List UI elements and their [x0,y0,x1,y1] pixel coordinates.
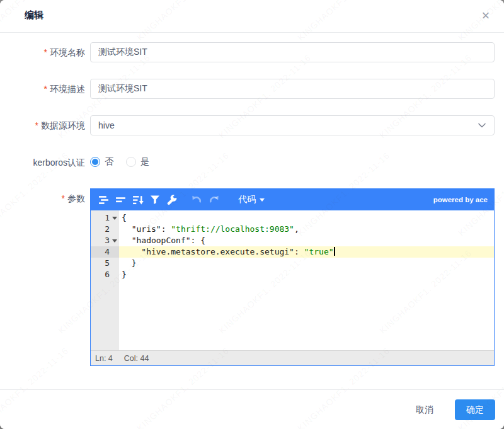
mode-select-button[interactable]: 代码 [234,193,268,206]
fold-toggle-icon[interactable] [112,217,117,220]
text-cursor [334,247,335,256]
code-line[interactable]: } [119,258,494,269]
kerberos-radio-group: 否 是 [90,156,149,168]
radio-option-no[interactable]: 否 [90,156,113,168]
required-asterisk: * [44,84,47,94]
code-lines[interactable]: { "uris": "thrift://localhost:9083", "ha… [119,210,494,350]
radio-unselected-icon [126,157,136,167]
sort-icon[interactable] [129,192,146,208]
edit-dialog: 编辑 × *环境名称 *环境描述 *数据源环境 hive kerboros认证 … [0,0,504,429]
gutter-line-number: 3 [91,235,119,246]
format-icon[interactable] [95,192,112,208]
status-line-number: Ln: 4 [95,354,113,363]
code-line[interactable]: { [119,212,494,224]
gutter-line-number: 5 [91,258,119,269]
gutter-line-number: 6 [91,269,119,280]
env-desc-label: *环境描述 [0,84,85,94]
undo-icon[interactable] [188,192,205,208]
redo-icon[interactable] [206,192,223,208]
confirm-button[interactable]: 确定 [455,399,495,420]
code-gutter: 123456 [91,210,119,350]
editor-toolbar: 代码 powered by ace [91,189,494,210]
cancel-button[interactable]: 取消 [413,404,436,416]
datasource-env-select[interactable]: hive [90,115,495,135]
gutter-line-number: 1 [91,212,119,224]
fold-toggle-icon[interactable] [112,239,117,243]
caret-down-icon [260,198,265,202]
code-line[interactable]: "hive.metastore.execute.setugi": "true" [119,246,494,258]
json-editor: 代码 powered by ace 123456 { "uris": "thri… [90,188,495,366]
env-name-label: *环境名称 [0,47,85,57]
repair-wrench-icon[interactable] [163,192,180,208]
radio-selected-icon [90,157,100,167]
required-asterisk: * [35,120,38,130]
radio-option-yes[interactable]: 是 [126,156,149,168]
env-name-input[interactable] [90,42,495,62]
env-desc-input[interactable] [90,79,495,99]
dialog-footer: 取消 确定 [0,389,504,429]
code-line[interactable]: } [119,269,494,280]
params-label: *参数 [0,193,85,203]
code-editor-area[interactable]: 123456 { "uris": "thrift://localhost:908… [91,210,494,350]
dialog-header: 编辑 × [0,0,504,33]
code-line[interactable]: "hadoopConf": { [119,235,494,246]
kerberos-auth-label: kerboros认证 [0,157,85,168]
code-line[interactable]: "uris": "thrift://localhost:9083", [119,224,494,235]
chevron-down-icon [478,122,486,129]
dialog-title: 编辑 [25,9,43,21]
powered-by-ace-label: powered by ace [433,196,488,203]
close-icon[interactable]: × [476,6,495,25]
select-value: hive [98,120,478,130]
compact-icon[interactable] [112,192,129,208]
required-asterisk: * [44,47,47,57]
editor-status-bar: Ln: 4 Col: 44 [91,350,494,365]
datasource-env-label: *数据源环境 [0,120,85,130]
filter-icon[interactable] [146,192,163,208]
gutter-line-number: 2 [91,224,119,235]
required-asterisk: * [62,193,65,203]
gutter-line-number: 4 [91,246,119,258]
status-column-number: Col: 44 [124,354,149,363]
